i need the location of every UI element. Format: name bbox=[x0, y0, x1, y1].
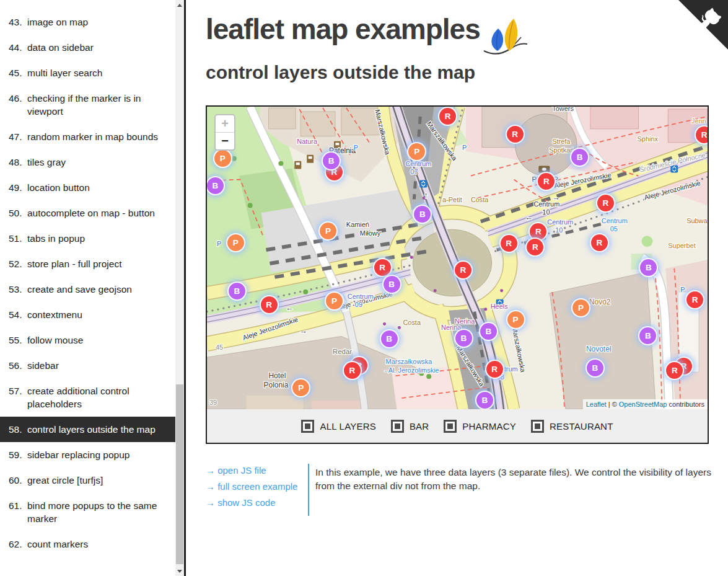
item-label: checking if the marker is in viewport bbox=[27, 92, 172, 118]
scrollbar-thumb[interactable] bbox=[176, 384, 183, 564]
github-corner-icon[interactable] bbox=[678, 0, 728, 50]
map-marker-restaurant[interactable]: R bbox=[455, 262, 471, 278]
map-marker-restaurant[interactable]: R bbox=[344, 362, 361, 379]
sidebar-item-56[interactable]: 56.sidebar bbox=[0, 353, 175, 378]
attribution-suffix: contributors bbox=[667, 401, 704, 408]
sidebar-item-54[interactable]: 54.contextmenu bbox=[0, 302, 175, 327]
sidebar-item-55[interactable]: 55.follow mouse bbox=[0, 327, 175, 353]
sidebar-item-44[interactable]: 44.data on sidebar bbox=[0, 35, 175, 60]
layer-checkbox-all-layers[interactable]: ALL LAYERS bbox=[301, 420, 375, 433]
item-number: 53. bbox=[9, 283, 27, 296]
layer-checkbox-bar[interactable]: BAR bbox=[391, 420, 429, 433]
map-marker-bar[interactable]: B bbox=[384, 276, 400, 293]
link-show-js-code[interactable]: → show JS code bbox=[206, 497, 306, 508]
sidebar-item-59[interactable]: 59.sidebar replacing popup bbox=[0, 442, 175, 467]
sidebar-item-42[interactable]: 42.scale bbox=[0, 0, 175, 9]
map-marker-restaurant[interactable]: R bbox=[527, 239, 543, 255]
map-marker-pharmacy[interactable]: P bbox=[214, 150, 231, 167]
map-marker-restaurant[interactable]: R bbox=[439, 108, 456, 125]
item-label: autocomplete on map - button bbox=[27, 206, 172, 219]
item-label: tabs in popup bbox=[27, 232, 172, 245]
map-marker-bar[interactable]: B bbox=[480, 323, 497, 340]
item-number: 58. bbox=[9, 423, 27, 436]
map-marker-pharmacy[interactable]: P bbox=[320, 223, 336, 239]
map-marker-pharmacy[interactable]: P bbox=[227, 234, 244, 251]
sidebar-item-60[interactable]: 60.great circle [turfjs] bbox=[0, 467, 175, 493]
map-marker-bar[interactable]: B bbox=[587, 360, 603, 376]
map-marker-pharmacy[interactable]: P bbox=[326, 293, 343, 309]
map-marker-restaurant[interactable]: R bbox=[591, 234, 608, 251]
sidebar-item-46[interactable]: 46.checking if the marker is in viewport bbox=[0, 86, 175, 124]
item-label: follow mouse bbox=[27, 334, 172, 347]
sidebar-item-48[interactable]: 48.tiles gray bbox=[0, 149, 175, 175]
map-marker-restaurant[interactable]: R bbox=[486, 361, 503, 378]
map-marker-restaurant[interactable]: R bbox=[507, 126, 524, 143]
map-marker-pharmacy[interactable]: P bbox=[507, 311, 524, 328]
sidebar-item-51[interactable]: 51.tabs in popup bbox=[0, 226, 175, 251]
zoom-in-button[interactable]: + bbox=[216, 115, 234, 133]
map-marker-pharmacy[interactable]: P bbox=[572, 299, 589, 316]
sidebar-item-47[interactable]: 47.random marker in map bounds bbox=[0, 124, 175, 149]
map-marker-bar[interactable]: B bbox=[414, 206, 431, 223]
item-label: bind more popups to the same marker bbox=[27, 499, 172, 525]
scrollbar-down-arrow-icon[interactable] bbox=[175, 566, 184, 576]
sidebar-item-50[interactable]: 50.autocomplete on map - button bbox=[0, 200, 175, 226]
sidebar-item-57[interactable]: 57.create additional control placeholder… bbox=[0, 378, 175, 417]
map-marker-restaurant[interactable]: R bbox=[666, 362, 683, 379]
map-marker-pharmacy[interactable]: P bbox=[292, 379, 309, 396]
map-marker-bar[interactable]: B bbox=[640, 259, 657, 276]
openstreetmap-link[interactable]: OpenStreetMap bbox=[619, 401, 667, 408]
map-marker-restaurant[interactable]: R bbox=[696, 126, 708, 143]
sidebar-item-62[interactable]: 62.count markers bbox=[0, 531, 175, 557]
item-label: count markers bbox=[27, 538, 172, 551]
page-title: leaflet map examples bbox=[206, 11, 480, 48]
checkbox-label: PHARMACY bbox=[462, 421, 516, 432]
checkbox-icon bbox=[301, 420, 314, 433]
sidebar-item-52[interactable]: 52.store plan - full project bbox=[0, 251, 175, 277]
map-marker-restaurant[interactable]: R bbox=[501, 235, 517, 252]
sidebar-item-58[interactable]: 58.control layers outside the map bbox=[0, 417, 175, 442]
example-subtitle: control layers outside the map bbox=[206, 62, 475, 83]
leaflet-link[interactable]: Leaflet bbox=[586, 401, 607, 408]
item-number: 60. bbox=[9, 474, 27, 487]
map-marker-pharmacy[interactable]: P bbox=[408, 143, 425, 160]
map-zoom-control: + − bbox=[214, 114, 235, 151]
map-marker-restaurant[interactable]: R bbox=[374, 259, 391, 276]
checkbox-label: ALL LAYERS bbox=[320, 421, 375, 432]
sidebar-item-49[interactable]: 49.location button bbox=[0, 175, 175, 200]
sidebar-item-61[interactable]: 61.bind more popups to the same marker bbox=[0, 493, 175, 531]
map-marker-bar[interactable]: B bbox=[476, 392, 493, 409]
checkbox-icon bbox=[531, 420, 544, 433]
link-open-js-file[interactable]: → open JS file bbox=[206, 465, 306, 476]
item-label: great circle [turfjs] bbox=[27, 474, 172, 487]
leaflet-map[interactable]: MarszałkowskaMarszałkowskaMarszałkowskaM… bbox=[207, 107, 708, 409]
item-label: multi layer search bbox=[27, 66, 172, 79]
checkbox-label: BAR bbox=[410, 421, 429, 432]
map-marker-restaurant[interactable]: R bbox=[597, 195, 614, 211]
zoom-out-button[interactable]: − bbox=[216, 133, 234, 149]
map-marker-restaurant[interactable]: R bbox=[686, 291, 703, 308]
item-number: 55. bbox=[9, 334, 27, 347]
sidebar-item-43[interactable]: 43.image on map bbox=[0, 9, 175, 35]
map-marker-bar[interactable]: B bbox=[207, 177, 224, 194]
link-full-screen-example[interactable]: → full screen example bbox=[206, 481, 306, 492]
map-marker-bar[interactable]: B bbox=[455, 330, 472, 347]
layer-checkbox-restaurant[interactable]: RESTAURANT bbox=[531, 420, 613, 433]
map-marker-bar[interactable]: B bbox=[381, 330, 398, 347]
sidebar-item-45[interactable]: 45.multi layer search bbox=[0, 60, 175, 86]
checkbox-icon bbox=[444, 420, 457, 433]
map-marker-bar[interactable]: B bbox=[229, 283, 245, 299]
sidebar-scrollbar[interactable] bbox=[175, 0, 184, 576]
layer-checkbox-pharmacy[interactable]: PHARMACY bbox=[444, 420, 516, 433]
item-number: 50. bbox=[9, 206, 27, 219]
map-marker-restaurant[interactable]: R bbox=[530, 223, 546, 240]
map-marker-restaurant[interactable]: R bbox=[538, 173, 555, 190]
map-marker-restaurant[interactable]: R bbox=[261, 296, 278, 313]
scrollbar-up-arrow-icon[interactable] bbox=[175, 0, 184, 10]
map-marker-bar[interactable]: B bbox=[571, 149, 588, 166]
sidebar-item-53[interactable]: 53.create and save geojson bbox=[0, 277, 175, 302]
map-marker-bar[interactable]: B bbox=[639, 327, 656, 344]
map-markers-layer: RRRRRRRRRRRRRRRRRRRPPPPPPPPBBBBBBBBBBBBB bbox=[207, 107, 708, 409]
map-marker-bar[interactable]: B bbox=[323, 153, 340, 169]
item-label: sidebar replacing popup bbox=[27, 448, 172, 461]
